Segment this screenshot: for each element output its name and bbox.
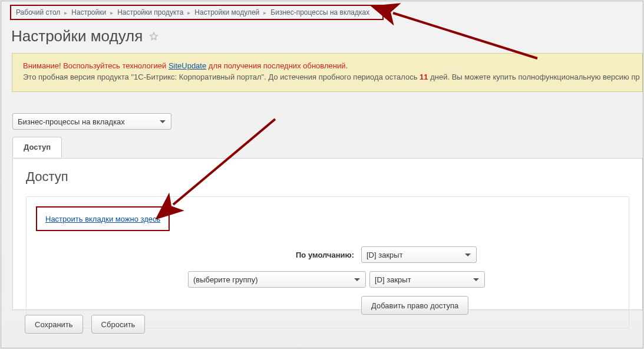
select-value: [D] закрыт xyxy=(366,251,403,259)
add-permission-button[interactable]: Добавить право доступа xyxy=(361,296,468,315)
breadcrumb-item[interactable]: Настройки xyxy=(71,8,106,17)
notice-text: Это пробная версия продукта "1С-Битрикс:… xyxy=(23,73,420,81)
access-config-box: Настроить вкладки можно здесь По умолчан… xyxy=(26,196,629,328)
notice-text: дней. Вы можете купить полнофункциональн… xyxy=(428,73,640,81)
default-permission-select[interactable]: [D] закрыт xyxy=(361,246,477,263)
select-value: (выберите группу) xyxy=(193,275,257,284)
trial-notice: Внимание! Воспользуйтесь технологией Sit… xyxy=(12,53,643,92)
settings-panel: Доступ Настроить вкладки можно здесь По … xyxy=(12,158,643,310)
chevron-right-icon: ▸ xyxy=(64,9,67,16)
tab-bar: Доступ xyxy=(12,136,643,159)
page-title: Настройки модуля xyxy=(11,27,143,45)
breadcrumb-item[interactable]: Настройки модулей xyxy=(194,8,259,17)
chevron-right-icon: ▸ xyxy=(263,9,266,16)
breadcrumb-item[interactable]: Рабочий стол xyxy=(16,8,60,17)
svg-line-0 xyxy=(393,13,537,58)
module-select[interactable]: Бизнес-процессы на вкладках xyxy=(12,113,171,130)
save-button[interactable]: Сохранить xyxy=(25,315,83,334)
module-select-value: Бизнес-процессы на вкладках xyxy=(18,117,125,126)
breadcrumb: Рабочий стол ▸ Настройки ▸ Настройки про… xyxy=(10,5,384,20)
breadcrumb-item[interactable]: Настройки продукта xyxy=(117,8,183,17)
tab-access[interactable]: Доступ xyxy=(12,137,62,157)
notice-text: для получения последних обновлений. xyxy=(206,61,348,70)
siteupdate-link[interactable]: SiteUpdate xyxy=(169,61,206,70)
chevron-right-icon: ▸ xyxy=(187,9,190,16)
reset-button[interactable]: Сбросить xyxy=(91,315,146,334)
trial-days-remaining: 11 xyxy=(420,73,428,81)
section-heading: Доступ xyxy=(26,169,629,185)
group-permission-select[interactable]: [D] закрыт xyxy=(369,271,485,288)
group-select[interactable]: (выберите группу) xyxy=(188,271,366,288)
select-value: [D] закрыт xyxy=(375,275,411,284)
default-permission-label: По умолчанию: xyxy=(36,251,361,259)
breadcrumb-item[interactable]: Бизнес-процессы на вкладках xyxy=(270,8,369,17)
favorite-star-icon[interactable] xyxy=(148,31,159,42)
configure-tabs-link[interactable]: Настроить вкладки можно здесь xyxy=(45,215,160,223)
configure-tabs-highlight: Настроить вкладки можно здесь xyxy=(36,206,170,231)
chevron-right-icon: ▸ xyxy=(110,9,113,16)
notice-text: Внимание! Воспользуйтесь технологией xyxy=(23,61,169,70)
